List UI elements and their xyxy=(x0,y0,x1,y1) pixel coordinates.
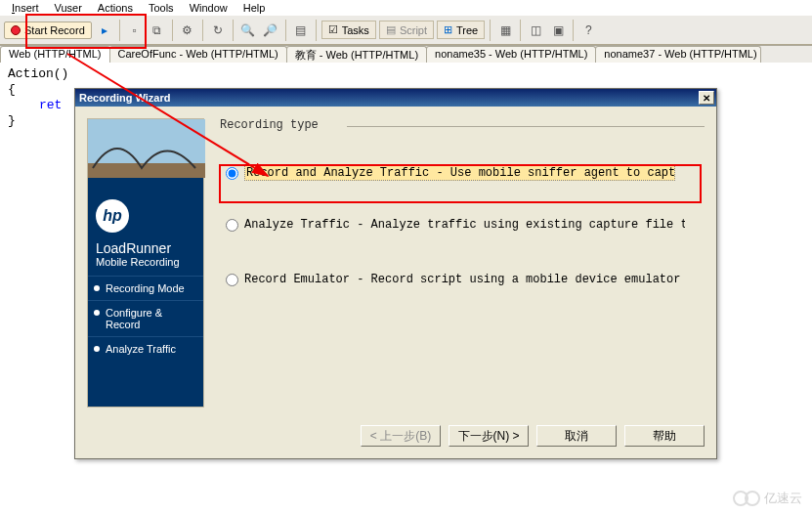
separator xyxy=(285,20,286,41)
radio-analyze-traffic[interactable] xyxy=(226,219,238,232)
next-button[interactable]: 下一步(N) > xyxy=(449,425,529,447)
separator xyxy=(119,20,120,41)
start-record-label: Start Record xyxy=(24,24,85,36)
separator xyxy=(490,20,491,41)
menu-tools[interactable]: Tools xyxy=(141,2,182,14)
option-record-emulator[interactable]: Record Emulator - Record script using a … xyxy=(226,273,685,286)
tab-noname37[interactable]: noname37 - Web (HTTP/HTML) xyxy=(595,46,761,63)
menu-actions[interactable]: Actions xyxy=(90,2,141,14)
grid-icon[interactable]: ▦ xyxy=(495,21,515,40)
group-divider xyxy=(347,126,705,127)
play-icon[interactable]: ▸ xyxy=(95,21,114,40)
separator xyxy=(172,20,173,41)
tab-noname35[interactable]: noname35 - Web (HTTP/HTML) xyxy=(426,46,596,63)
checklist-icon: ☑ xyxy=(328,23,338,36)
start-record-button[interactable]: Start Record xyxy=(4,21,92,39)
tab-edu[interactable]: 教育 - Web (HTTP/HTML) xyxy=(286,46,427,63)
wizard-steps: Recording Mode Configure & Record Analyz… xyxy=(88,276,203,407)
step-configure[interactable]: Configure & Record xyxy=(88,300,203,336)
radio-record-analyze[interactable] xyxy=(226,167,238,180)
zoom-out-icon[interactable]: 🔎 xyxy=(261,21,280,40)
menu-window[interactable]: Window xyxy=(182,2,235,14)
separator xyxy=(316,20,317,41)
tree-icon: ⊞ xyxy=(444,23,452,36)
record-icon xyxy=(11,25,21,35)
tab-careoffunc[interactable]: CareOfFunc - Web (HTTP/HTML) xyxy=(109,46,287,63)
script-button[interactable]: ▤Script xyxy=(379,21,434,39)
window-icon[interactable]: ◫ xyxy=(526,21,545,40)
svg-rect-1 xyxy=(88,163,205,178)
new-icon[interactable]: ▫ xyxy=(125,21,145,40)
cancel-button[interactable]: 取消 xyxy=(536,425,617,447)
wizard-buttons: < 上一步(B) 下一步(N) > 取消 帮助 xyxy=(361,425,705,447)
help-button[interactable]: 帮助 xyxy=(624,425,705,447)
recording-wizard-dialog: Recording Wizard ✕ hp LoadRunner Mobile … xyxy=(74,88,717,459)
group-label: Recording type xyxy=(220,118,319,132)
help-icon[interactable]: ? xyxy=(578,21,598,40)
step-recording-mode[interactable]: Recording Mode xyxy=(88,276,203,300)
separator xyxy=(202,20,203,41)
hp-logo-icon: hp xyxy=(96,199,129,233)
gear-icon[interactable]: ⚙ xyxy=(178,21,197,40)
tasks-button[interactable]: ☑Tasks xyxy=(321,21,376,39)
code-keyword: ret xyxy=(39,98,62,112)
radio-record-emulator[interactable] xyxy=(226,274,238,286)
zoom-in-icon[interactable]: 🔍 xyxy=(238,21,258,40)
wizard-content: Recording type Record and Analyze Traffi… xyxy=(220,118,705,408)
step-analyze[interactable]: Analyze Traffic xyxy=(88,336,203,361)
script-icon: ▤ xyxy=(386,23,396,36)
rollercoaster-image xyxy=(88,119,205,178)
main-toolbar: Start Record ▸ ▫ ⧉ ⚙ ↻ 🔍 🔎 ▤ ☑Tasks ▤Scr… xyxy=(0,16,812,45)
tree-button[interactable]: ⊞Tree xyxy=(437,21,485,39)
code-line: Action() xyxy=(8,66,812,82)
option-analyze-traffic[interactable]: Analyze Traffic - Analyze traffic using … xyxy=(226,218,685,232)
menu-insert[interactable]: IInsertnsert xyxy=(4,2,47,14)
option-label: Analyze Traffic - Analyze traffic using … xyxy=(244,218,685,232)
banner-image xyxy=(88,119,203,178)
windows-icon[interactable]: ▣ xyxy=(548,21,568,40)
close-button[interactable]: ✕ xyxy=(699,91,714,105)
option-record-analyze[interactable]: Record and Analyze Traffic - Use mobile … xyxy=(226,165,675,181)
document-tab-bar: Web (HTTP/HTML) CareOfFunc - Web (HTTP/H… xyxy=(0,45,812,63)
brand-subtitle: Mobile Recording xyxy=(96,256,180,268)
option-label: Record and Analyze Traffic - Use mobile … xyxy=(244,165,675,181)
option-label: Record Emulator - Record script using a … xyxy=(244,273,680,286)
dialog-title: Recording Wizard xyxy=(79,92,170,104)
menu-vuser[interactable]: Vuser xyxy=(47,2,90,14)
separator xyxy=(573,20,574,41)
refresh-icon[interactable]: ↻ xyxy=(208,21,228,40)
menu-help[interactable]: Help xyxy=(235,2,274,14)
book-icon[interactable]: ▤ xyxy=(291,21,311,40)
tab-web[interactable]: Web (HTTP/HTML) xyxy=(0,46,110,63)
dialog-titlebar[interactable]: Recording Wizard ✕ xyxy=(75,89,716,107)
brand-title: LoadRunner xyxy=(96,240,171,256)
back-button: < 上一步(B) xyxy=(361,425,441,447)
brand-panel: hp LoadRunner Mobile Recording xyxy=(88,178,203,276)
menu-bar: IInsertnsert Vuser Actions Tools Window … xyxy=(0,0,812,16)
wizard-sidebar: hp LoadRunner Mobile Recording Recording… xyxy=(87,118,204,408)
separator xyxy=(520,20,521,41)
separator xyxy=(233,20,234,41)
copy-icon[interactable]: ⧉ xyxy=(148,21,167,40)
